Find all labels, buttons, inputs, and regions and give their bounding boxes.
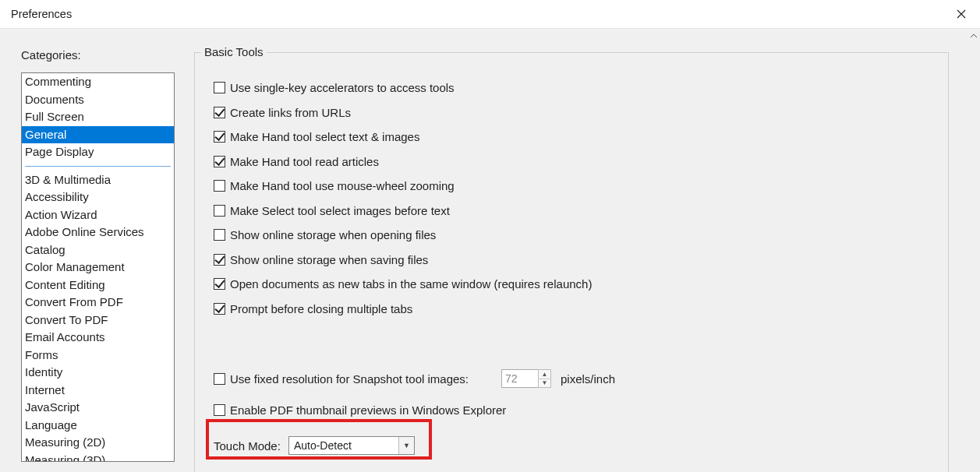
option-checkbox[interactable]	[214, 303, 225, 315]
category-item[interactable]: Action Wizard	[22, 206, 174, 224]
option-label: Make Hand tool read articles	[230, 155, 379, 168]
categories-list[interactable]: CommentingDocumentsFull ScreenGeneralPag…	[21, 72, 175, 462]
category-item[interactable]: Measuring (3D)	[22, 452, 174, 463]
option-checkbox[interactable]	[214, 278, 225, 290]
spinner-buttons: ▲ ▼	[538, 369, 551, 388]
category-item[interactable]: Adobe Online Services	[22, 224, 174, 241]
snapshot-unit: pixels/inch	[561, 372, 615, 386]
options-list: Use single-key accelerators to access to…	[214, 81, 592, 326]
category-item[interactable]: Page Display	[22, 143, 174, 161]
snapshot-row: Use fixed resolution for Snapshot tool i…	[214, 369, 615, 388]
content: Categories: CommentingDocumentsFull Scre…	[0, 29, 967, 472]
snapshot-spinner: ▲ ▼	[501, 369, 551, 388]
category-item[interactable]: 3D & Multimedia	[22, 171, 174, 189]
option-row: Use single-key accelerators to access to…	[214, 81, 592, 94]
thumbnail-checkbox[interactable]	[214, 404, 225, 416]
option-label: Open documents as new tabs in the same w…	[230, 277, 592, 291]
snapshot-value-input[interactable]	[501, 369, 539, 388]
chevron-down-icon: ▼	[398, 437, 414, 454]
category-separator	[25, 166, 171, 167]
spinner-down-button[interactable]: ▼	[539, 379, 550, 388]
option-row: Make Hand tool select text & images	[214, 130, 592, 143]
category-item[interactable]: Color Management	[22, 259, 174, 277]
category-item[interactable]: Documents	[22, 91, 174, 109]
option-label: Show online storage when opening files	[230, 228, 436, 241]
option-row: Make Hand tool read articles	[214, 155, 592, 168]
touch-mode-label: Touch Mode:	[214, 439, 281, 453]
option-row: Make Hand tool use mouse-wheel zooming	[214, 179, 592, 192]
touch-mode-row: Touch Mode: Auto-Detect ▼	[214, 436, 415, 455]
option-checkbox[interactable]	[214, 205, 225, 217]
snapshot-checkbox[interactable]	[214, 373, 225, 385]
option-checkbox[interactable]	[214, 131, 225, 143]
option-label: Make Hand tool select text & images	[230, 130, 419, 143]
option-checkbox[interactable]	[214, 156, 225, 167]
category-item[interactable]: Identity	[22, 364, 174, 382]
thumbnail-row: Enable PDF thumbnail previews in Windows…	[214, 403, 506, 417]
titlebar: Preferences	[0, 0, 980, 28]
close-icon	[957, 9, 966, 19]
touch-mode-select[interactable]: Auto-Detect ▼	[288, 436, 415, 455]
option-checkbox[interactable]	[214, 254, 225, 266]
snapshot-label: Use fixed resolution for Snapshot tool i…	[230, 372, 469, 386]
spinner-up-button[interactable]: ▲	[539, 370, 550, 379]
option-row: Show online storage when opening files	[214, 228, 592, 241]
option-checkbox[interactable]	[214, 180, 225, 192]
category-item[interactable]: Content Editing	[22, 277, 174, 294]
category-item[interactable]: Accessibility	[22, 188, 174, 206]
dialog-body: Categories: CommentingDocumentsFull Scre…	[0, 28, 980, 472]
option-label: Make Select tool select images before te…	[230, 204, 450, 217]
option-row: Create links from URLs	[214, 106, 592, 119]
option-label: Show online storage when saving files	[230, 253, 428, 266]
category-item[interactable]: Forms	[22, 347, 174, 365]
option-label: Prompt before closing multiple tabs	[230, 302, 412, 315]
option-row: Prompt before closing multiple tabs	[214, 302, 592, 315]
category-item[interactable]: Catalog	[22, 241, 174, 259]
scrollbar[interactable]	[967, 29, 980, 472]
category-item[interactable]: Measuring (2D)	[22, 434, 174, 452]
category-item[interactable]: Full Screen	[22, 108, 174, 126]
close-button[interactable]	[950, 3, 972, 25]
category-item[interactable]: Convert To PDF	[22, 312, 174, 329]
option-label: Use single-key accelerators to access to…	[230, 81, 455, 94]
category-item[interactable]: Convert From PDF	[22, 294, 174, 312]
category-item[interactable]: Internet	[22, 382, 174, 400]
scroll-up-button[interactable]	[967, 29, 980, 42]
categories-label: Categories:	[21, 48, 81, 62]
basic-tools-group: Basic Tools Use single-key accelerators …	[194, 52, 949, 472]
window-title: Preferences	[11, 8, 72, 20]
option-label: Create links from URLs	[230, 106, 351, 119]
category-item[interactable]: Language	[22, 417, 174, 435]
category-item[interactable]: JavaScript	[22, 399, 174, 417]
option-row: Open documents as new tabs in the same w…	[214, 277, 592, 291]
option-label: Make Hand tool use mouse-wheel zooming	[230, 179, 455, 192]
touch-mode-value: Auto-Detect	[294, 439, 352, 452]
option-checkbox[interactable]	[214, 107, 225, 118]
category-item[interactable]: Email Accounts	[22, 329, 174, 347]
option-checkbox[interactable]	[214, 229, 225, 241]
group-caption: Basic Tools	[201, 45, 267, 58]
category-item[interactable]: Commenting	[22, 73, 174, 91]
thumbnail-label: Enable PDF thumbnail previews in Windows…	[230, 403, 506, 417]
option-row: Show online storage when saving files	[214, 253, 592, 266]
option-checkbox[interactable]	[214, 82, 225, 93]
category-item[interactable]: General	[22, 126, 174, 144]
option-row: Make Select tool select images before te…	[214, 204, 592, 217]
chevron-up-icon	[971, 33, 977, 38]
